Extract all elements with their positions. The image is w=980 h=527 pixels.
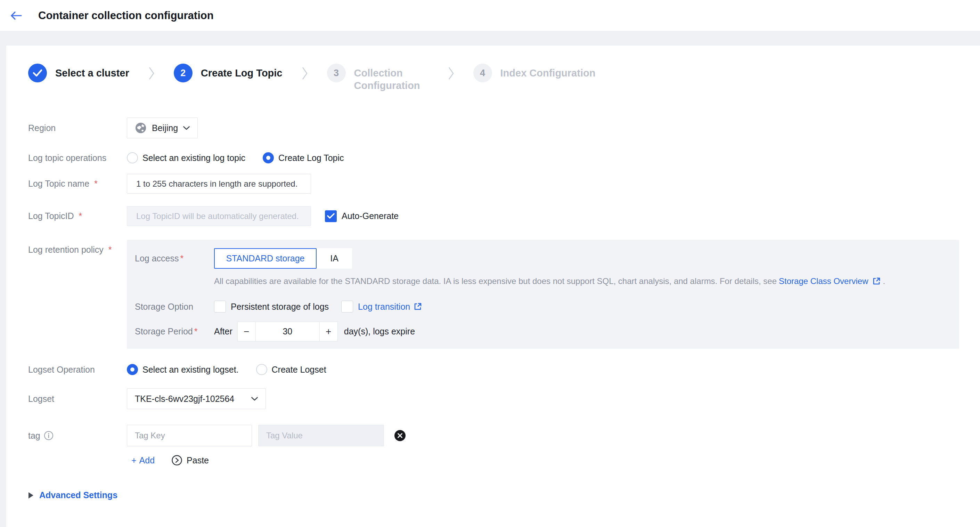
storage-period-row: Storage Period* After − + day(s), logs e…	[135, 322, 959, 341]
log-topic-id-label: Log TopicID*	[28, 211, 127, 221]
required-asterisk: *	[180, 253, 183, 263]
logset-value: TKE-cls-6wv23gjf-102564	[135, 394, 234, 404]
page-header: Container collection configuration	[0, 0, 980, 31]
page-title: Container collection configuration	[38, 10, 214, 22]
external-link-icon[interactable]	[872, 277, 881, 285]
radio-on-icon	[127, 364, 138, 375]
log-access-label: Log access*	[135, 253, 214, 263]
logset-select[interactable]: TKE-cls-6wv23gjf-102564	[127, 388, 266, 409]
log-access-description: All capabilities are available for the S…	[214, 276, 959, 286]
logset-row: Logset TKE-cls-6wv23gjf-102564	[28, 388, 959, 409]
log-retention-policy-label: Log retention policy*	[28, 240, 127, 255]
step-create-log-topic[interactable]: 2 Create Log Topic	[174, 64, 283, 83]
chevron-down-icon	[251, 397, 258, 401]
log-topic-operations-label: Log topic operations	[28, 153, 127, 163]
globe-icon	[135, 122, 146, 134]
required-asterisk: *	[94, 179, 98, 189]
storage-period-prefix: After	[214, 326, 232, 336]
step-1-circle	[28, 64, 47, 83]
check-icon	[33, 69, 42, 77]
log-transition-link[interactable]: Log transition	[358, 302, 410, 312]
radio-on-icon	[263, 152, 274, 163]
step-3-label: Collection Configuration	[354, 64, 429, 92]
storage-option-label: Storage Option	[135, 302, 214, 312]
region-select[interactable]: Beijing	[127, 118, 198, 139]
step-1-label: Select a cluster	[55, 64, 129, 79]
paste-circle-icon	[171, 455, 183, 466]
standard-storage-option[interactable]: STANDARD storage	[214, 248, 317, 269]
region-label: Region	[28, 123, 127, 133]
log-topic-id-row: Log TopicID* Auto-Generate	[28, 206, 959, 226]
storage-period-input[interactable]	[256, 322, 319, 341]
plus-icon: +	[131, 455, 137, 465]
advanced-settings-toggle[interactable]: Advanced Settings	[28, 490, 959, 500]
log-retention-panel: Log access* STANDARD storage IA All capa…	[127, 240, 959, 349]
tag-key-input[interactable]	[127, 425, 252, 446]
required-asterisk: *	[108, 245, 112, 255]
region-value: Beijing	[152, 123, 178, 133]
step-4-circle: 4	[473, 64, 492, 83]
chevron-right-icon	[149, 67, 154, 80]
log-topic-id-input	[127, 206, 311, 226]
tag-value-input[interactable]	[258, 425, 384, 446]
step-4-label: Index Configuration	[500, 64, 596, 79]
chevron-right-icon	[448, 67, 454, 80]
storage-option-row: Storage Option Persistent storage of log…	[135, 301, 959, 312]
decrement-button[interactable]: −	[237, 322, 256, 341]
step-3-circle: 3	[327, 64, 346, 83]
add-tag-button[interactable]: + Add	[131, 455, 154, 465]
x-circle-icon	[394, 429, 406, 442]
storage-period-stepper: − +	[237, 322, 338, 341]
arrow-left-icon	[9, 10, 23, 21]
radio-create-log-topic[interactable]: Create Log Topic	[263, 152, 344, 163]
log-access-row: Log access* STANDARD storage IA	[135, 248, 959, 269]
required-asterisk: *	[194, 326, 198, 336]
info-icon[interactable]	[44, 431, 54, 441]
radio-select-existing-log-topic[interactable]: Select an existing log topic	[127, 152, 245, 163]
log-transition-checkbox[interactable]: Log transition	[341, 301, 422, 312]
check-icon	[327, 213, 335, 219]
tag-actions-row: + Add Paste	[131, 455, 959, 466]
tag-row: tag	[28, 425, 959, 446]
paste-button[interactable]: Paste	[171, 455, 209, 466]
region-row: Region Beijing	[28, 118, 959, 139]
increment-button[interactable]: +	[319, 322, 338, 341]
triangle-right-icon	[28, 492, 34, 499]
required-asterisk: *	[79, 211, 82, 221]
storage-period-suffix: day(s), logs expire	[344, 326, 415, 336]
log-access-segmented-control: STANDARD storage IA	[214, 248, 352, 269]
logset-operation-row: Logset Operation Select an existing logs…	[28, 364, 959, 375]
content-card: Select a cluster 2 Create Log Topic 3 Co…	[6, 46, 980, 527]
wizard-stepper: Select a cluster 2 Create Log Topic 3 Co…	[28, 64, 959, 92]
log-topic-name-label: Log Topic name*	[28, 179, 127, 189]
storage-period-label: Storage Period*	[135, 326, 214, 336]
log-topic-name-row: Log Topic name*	[28, 174, 959, 194]
chevron-down-icon	[183, 126, 190, 130]
chevron-right-icon	[302, 67, 307, 80]
step-2-label: Create Log Topic	[201, 64, 283, 79]
step-select-cluster[interactable]: Select a cluster	[28, 64, 129, 83]
radio-create-logset[interactable]: Create Logset	[256, 364, 326, 375]
log-topic-name-input[interactable]	[127, 174, 311, 194]
radio-off-icon	[127, 152, 138, 163]
checkbox-unchecked-icon	[341, 301, 353, 312]
ia-option[interactable]: IA	[317, 248, 352, 269]
persistent-storage-checkbox[interactable]: Persistent storage of logs	[214, 301, 329, 312]
storage-class-overview-link[interactable]: Storage Class Overview	[779, 276, 868, 286]
step-collection-configuration[interactable]: 3 Collection Configuration	[327, 64, 429, 92]
step-2-circle: 2	[174, 64, 192, 83]
log-retention-policy-row: Log retention policy* Log access* STANDA…	[28, 240, 959, 349]
step-index-configuration[interactable]: 4 Index Configuration	[473, 64, 596, 83]
external-link-icon	[414, 303, 422, 311]
logset-operation-label: Logset Operation	[28, 365, 127, 375]
auto-generate-checkbox[interactable]: Auto-Generate	[325, 210, 399, 222]
log-topic-operations-row: Log topic operations Select an existing …	[28, 152, 959, 163]
tag-label: tag	[28, 431, 127, 441]
back-button[interactable]	[8, 7, 24, 24]
checkbox-checked-icon	[325, 210, 337, 222]
radio-select-existing-logset[interactable]: Select an existing logset.	[127, 364, 239, 375]
radio-off-icon	[256, 364, 267, 375]
logset-label: Logset	[28, 394, 127, 404]
checkbox-unchecked-icon	[214, 301, 226, 312]
delete-tag-button[interactable]	[394, 429, 406, 442]
